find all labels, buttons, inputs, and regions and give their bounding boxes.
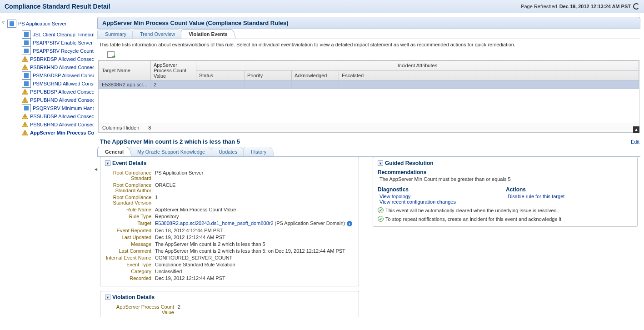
sidebar-item[interactable]: PSPUBHND Allowed Consecutiv <box>1 96 94 104</box>
tab-trend-overview[interactable]: Trend Overview <box>132 29 183 39</box>
warning-icon <box>22 89 28 95</box>
sidebar-item[interactable]: PSSUBDSP Allowed Consecutiv <box>1 112 94 120</box>
detail-label: Last Comment <box>105 248 155 254</box>
panel-title: AppServer Min Process Count Value (Compl… <box>97 17 640 29</box>
svg-rect-20 <box>25 134 25 135</box>
content: AppServer Min Process Count Value (Compl… <box>97 17 644 322</box>
svg-rect-17 <box>25 126 25 126</box>
detail-label: Message <box>105 241 155 247</box>
check-icon: ✓ <box>378 216 384 222</box>
col-count[interactable]: AppServer Process Count Value <box>150 61 196 80</box>
detail-value: Dec 18, 2012 4:12:44 PM PST <box>155 228 354 233</box>
columns-hidden-label: Columns Hidden <box>102 125 139 130</box>
auto-clear-note: This event will be automatically cleared… <box>385 208 558 213</box>
sidebar-item-label: PSAPPSRV Recycle Count <box>33 48 94 54</box>
collapse-icon[interactable]: ▾ <box>105 160 110 166</box>
col-status[interactable]: Status <box>196 70 244 80</box>
detail-value: AppServer Min Process Count Value <box>155 207 354 212</box>
warning-icon <box>22 56 28 62</box>
columns-hidden-value: 8 <box>148 125 151 130</box>
page-title: Compliance Standard Result Detail <box>5 3 110 10</box>
sidebar-item[interactable]: PSMSGHND Allowed Conse <box>1 80 94 88</box>
tab-violation-events[interactable]: Violation Events <box>181 29 235 39</box>
col-esc[interactable]: Escalated <box>339 70 639 80</box>
sidebar-item[interactable]: JSL Client Cleanup Timeout <box>1 30 94 39</box>
view-topology-link[interactable]: View topology <box>378 194 456 199</box>
detail-label: Internal Event Name <box>105 255 155 260</box>
svg-rect-4 <box>25 66 25 68</box>
sidebar-item-label: PSBRKHND Allowed Consecutiv <box>30 65 94 70</box>
svg-rect-2 <box>25 60 25 61</box>
sidebar-item[interactable]: PSBRKDSP Allowed Consecutiv <box>1 55 94 63</box>
sidebar-item[interactable]: PSPUBDSP Allowed Consecutiv <box>1 88 94 96</box>
svg-rect-7 <box>25 90 25 92</box>
view-recent-config-link[interactable]: View recent configuration changes <box>378 199 456 205</box>
event-details-box: ▾ Event Details Root Compliance Standard… <box>100 157 359 286</box>
tab-updates[interactable]: Updates <box>211 147 245 156</box>
detail-value: CONFIGURED_SERVER_COUNT <box>155 255 354 260</box>
sidebar-item[interactable]: PSMSGDSP Allowed Consec <box>1 71 94 80</box>
svg-rect-16 <box>25 123 25 125</box>
detail-value: Dec 19, 2012 12:12:44 AM PST <box>155 275 354 281</box>
detail-value: Unclassified <box>155 269 354 274</box>
collapse-icon[interactable]: ▾ <box>105 295 110 300</box>
table-row[interactable]: E53808R2.app.scl… 2 <box>99 80 639 89</box>
warning-icon <box>22 130 28 136</box>
detail-value: Repository <box>155 214 354 219</box>
export-icon[interactable] <box>107 51 115 58</box>
svg-rect-8 <box>25 93 25 94</box>
sidebar-item[interactable]: PSSUBHND Allowed Consecutiv <box>1 120 94 129</box>
col-group-incident: Incident Attributes <box>196 61 639 71</box>
detail-label: Event Reported <box>105 228 155 233</box>
recommendations-text: The AppServer Min Count must be greater … <box>378 176 633 182</box>
disable-rule-link[interactable]: Disable rule for this target <box>506 194 564 199</box>
collapse-icon[interactable]: ▾ <box>378 160 383 166</box>
sidebar-item-label: PSMSGHND Allowed Conse <box>33 81 94 86</box>
tree-root-label: PS Application Server <box>18 21 66 26</box>
warning-icon <box>22 97 28 103</box>
scroll-up-icon[interactable]: ▲ <box>633 126 639 133</box>
sidebar-item[interactable]: PSAPPSRV Enable Server C <box>1 39 94 47</box>
tab-history[interactable]: History <box>243 147 274 156</box>
rule-icon <box>22 80 31 88</box>
detail-label: Recorded <box>105 275 155 281</box>
rule-icon <box>22 47 31 55</box>
detail-label: Root Compliance Standard Author <box>105 182 155 193</box>
tree-root[interactable]: PS Application Server <box>1 19 94 30</box>
edit-link[interactable]: Edit <box>631 139 639 145</box>
sidebar-item[interactable]: PSAPPSRV Recycle Count <box>1 47 94 55</box>
actions-heading: Actions <box>506 186 564 193</box>
sidebar-item-label: AppServer Min Process Co <box>30 130 94 135</box>
tab-my-oracle-support-knowledge[interactable]: My Oracle Support Knowledge <box>130 147 213 156</box>
violation-details-title: Violation Details <box>112 294 155 300</box>
rule-icon <box>22 71 31 80</box>
sidebar-item[interactable]: PSQRYSRV Minimum Handle <box>1 104 94 112</box>
guided-resolution-box: ▾ Guided Resolution Recommendations The … <box>373 157 638 227</box>
tab-summary[interactable]: Summary <box>97 29 134 39</box>
svg-rect-5 <box>25 69 25 69</box>
tab-general[interactable]: General <box>97 147 131 156</box>
target-link[interactable]: E53808R2.app.scl20243.ds1_home_psoft_dom… <box>155 220 274 226</box>
violation-grid: Target Name AppServer Process Count Valu… <box>98 60 639 133</box>
info-icon[interactable]: i <box>347 221 352 226</box>
col-ack[interactable]: Acknowledged <box>291 70 339 80</box>
sidebar-item[interactable]: PSBRKHND Allowed Consecutiv <box>1 63 94 71</box>
violation-details-box: ▾ Violation Details AppServer Process Co… <box>100 291 359 317</box>
page-refreshed: Page Refreshed Dec 19, 2012 12:13:24 AM … <box>521 3 639 10</box>
rule-icon <box>22 30 31 39</box>
sidebar-item-label: PSBRKDSP Allowed Consecutiv <box>30 56 94 62</box>
violation-detail-value: 2 <box>178 304 354 315</box>
col-priority[interactable]: Priority <box>244 70 291 80</box>
check-icon: ✓ <box>378 207 384 213</box>
sidebar-item-label: PSPUBDSP Allowed Consecutiv <box>30 89 94 95</box>
svg-rect-13 <box>25 115 25 117</box>
detail-value: PS Application Server <box>155 170 354 181</box>
refresh-icon[interactable] <box>633 3 639 10</box>
svg-rect-10 <box>25 99 25 100</box>
detail-value: Dec 19, 2012 12:12:44 AM PST <box>155 235 354 240</box>
col-target[interactable]: Target Name <box>99 61 151 80</box>
detail-label: Root Compliance Standard <box>105 170 155 181</box>
sidebar-item[interactable]: AppServer Min Process Co <box>1 129 94 137</box>
rule-icon <box>22 104 31 112</box>
violation-detail-label: AppServer Process Count Value <box>105 304 178 315</box>
